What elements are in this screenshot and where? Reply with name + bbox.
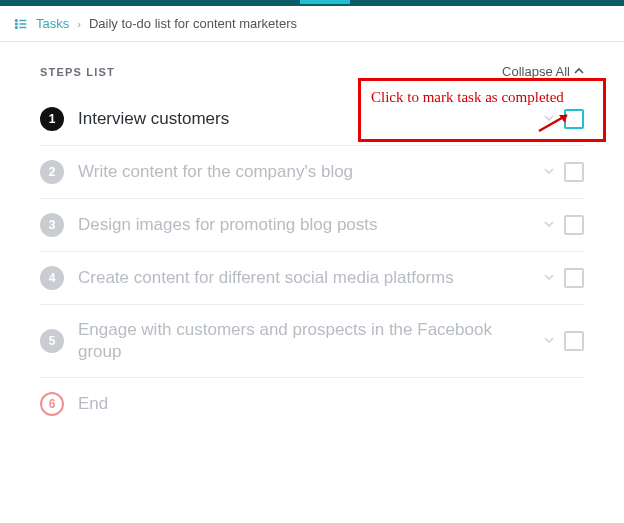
chevron-down-icon[interactable] xyxy=(544,334,554,348)
step-item[interactable]: 2 Write content for the company's blog xyxy=(40,146,584,199)
step-item[interactable]: 4 Create content for different social me… xyxy=(40,252,584,305)
steps-list-heading: STEPS LIST xyxy=(40,66,115,78)
chevron-right-icon: › xyxy=(77,18,81,30)
tasks-list-icon xyxy=(14,17,28,31)
step-actions xyxy=(544,215,584,235)
step-item[interactable]: 1 Interview customers xyxy=(40,93,584,146)
complete-checkbox[interactable] xyxy=(564,268,584,288)
step-number-badge: 1 xyxy=(40,107,64,131)
main-content: STEPS LIST Collapse All 1 Interview cust… xyxy=(0,42,624,430)
step-item[interactable]: 3 Design images for promoting blog posts xyxy=(40,199,584,252)
chevron-down-icon[interactable] xyxy=(544,271,554,285)
step-item-end[interactable]: 6 End xyxy=(40,378,584,430)
step-item[interactable]: 5 Engage with customers and prospects in… xyxy=(40,305,584,378)
step-title: End xyxy=(78,393,584,415)
step-title: Engage with customers and prospects in t… xyxy=(78,319,530,363)
list-header: STEPS LIST Collapse All xyxy=(40,64,584,79)
step-title: Interview customers xyxy=(78,108,530,130)
collapse-all-button[interactable]: Collapse All xyxy=(502,64,584,79)
svg-point-2 xyxy=(15,23,17,25)
svg-point-0 xyxy=(15,19,17,21)
step-number-badge: 6 xyxy=(40,392,64,416)
step-actions xyxy=(544,268,584,288)
step-number-badge: 5 xyxy=(40,329,64,353)
step-title: Design images for promoting blog posts xyxy=(78,214,530,236)
chevron-down-icon[interactable] xyxy=(544,112,554,126)
step-actions xyxy=(544,162,584,182)
step-title: Create content for different social medi… xyxy=(78,267,530,289)
collapse-all-label: Collapse All xyxy=(502,64,570,79)
complete-checkbox[interactable] xyxy=(564,109,584,129)
complete-checkbox[interactable] xyxy=(564,215,584,235)
svg-point-4 xyxy=(15,26,17,28)
complete-checkbox[interactable] xyxy=(564,162,584,182)
chevron-up-icon xyxy=(574,64,584,79)
step-title: Write content for the company's blog xyxy=(78,161,530,183)
complete-checkbox[interactable] xyxy=(564,331,584,351)
step-actions xyxy=(544,109,584,129)
step-number-badge: 4 xyxy=(40,266,64,290)
step-number-badge: 3 xyxy=(40,213,64,237)
chevron-down-icon[interactable] xyxy=(544,165,554,179)
breadcrumb-page-title: Daily to-do list for content marketers xyxy=(89,16,297,31)
app-topbar xyxy=(0,0,624,6)
chevron-down-icon[interactable] xyxy=(544,218,554,232)
step-number-badge: 2 xyxy=(40,160,64,184)
breadcrumb: Tasks › Daily to-do list for content mar… xyxy=(0,6,624,42)
step-actions xyxy=(544,331,584,351)
breadcrumb-tasks-link[interactable]: Tasks xyxy=(36,16,69,31)
